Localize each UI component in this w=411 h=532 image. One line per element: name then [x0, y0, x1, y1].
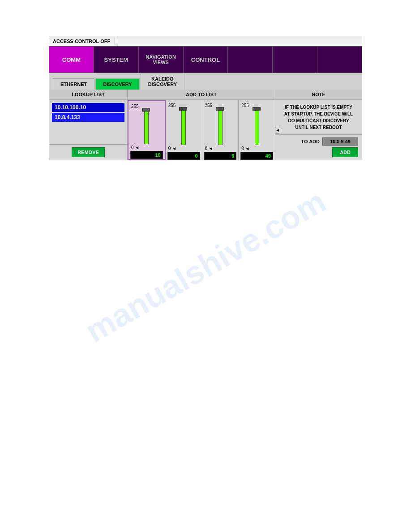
slider-2-track	[218, 109, 223, 145]
slider-2-handle[interactable]	[216, 107, 224, 111]
slider-0-max: 255	[131, 104, 139, 109]
slider-1-value: 0	[167, 152, 200, 160]
slider-0-fill	[145, 112, 148, 144]
slider-3-track-container[interactable]	[251, 109, 263, 145]
slider-col-1: 255 0 ◄ 0	[166, 100, 202, 160]
slider-0-track	[144, 110, 149, 144]
slider-1-track-container[interactable]	[177, 109, 190, 145]
slider-0-handle[interactable]	[142, 108, 150, 112]
tab-comm[interactable]: COMM	[49, 47, 94, 73]
sliders-body: 255 0 ◄ 10 255	[128, 100, 275, 160]
tab-5[interactable]	[228, 47, 273, 73]
slider-2-value: 9	[204, 152, 237, 160]
tab-control[interactable]: CONTROL	[184, 47, 228, 73]
sub-tab-discovery[interactable]: DISCOVERY	[95, 78, 139, 90]
content-area: LOOKUP LIST 10.10.100.10 10.8.4.133 REMO…	[49, 90, 362, 160]
slider-0-min: 0 ◄	[131, 145, 139, 150]
slider-1-track	[181, 109, 186, 145]
tab-navigation-views[interactable]: NAVIGATIONVIEWS	[139, 47, 184, 73]
slider-2-max: 255	[205, 103, 213, 108]
nav-tabs: COMM SYSTEM NAVIGATIONVIEWS CONTROL	[49, 46, 362, 73]
slider-2-track-container[interactable]	[214, 109, 227, 145]
watermark-text: manualshive.com	[79, 182, 332, 349]
slider-3-track	[255, 109, 259, 145]
slider-col-0: 255 0 ◄ 10	[128, 100, 166, 160]
slider-0-value: 10	[130, 151, 163, 159]
add-to-list-header: ADD TO LIST	[128, 90, 275, 100]
slider-1-max: 255	[168, 103, 176, 108]
lookup-list-body: 10.10.100.10 10.8.4.133	[49, 100, 127, 144]
lookup-item-0[interactable]: 10.10.100.10	[52, 103, 124, 112]
access-bar-divider	[115, 38, 115, 45]
slider-2-min: 0 ◄	[205, 146, 213, 151]
to-add-row: TO ADD	[279, 137, 358, 146]
slider-1-handle[interactable]	[179, 107, 187, 111]
slider-1-min: 0 ◄	[168, 146, 176, 151]
tab-6[interactable]	[273, 47, 317, 73]
slider-1-fill	[182, 111, 185, 145]
slider-col-2: 255 0 ◄ 9	[202, 100, 239, 160]
slider-3-max: 255	[241, 103, 249, 108]
sub-tab-ethernet[interactable]: ETHERNET	[53, 78, 94, 90]
tab-7[interactable]	[317, 47, 362, 73]
note-panel: NOTE IF THE LOOKUP LIST IS EMPTYAT START…	[275, 90, 362, 160]
slider-2-fill	[218, 111, 222, 145]
note-header: NOTE	[275, 90, 362, 100]
lookup-item-1[interactable]: 10.8.4.133	[52, 113, 124, 122]
note-text: IF THE LOOKUP LIST IS EMPTYAT STARTUP, T…	[275, 100, 362, 134]
lookup-list-footer: REMOVE	[49, 144, 127, 160]
add-button[interactable]: ADD	[332, 147, 358, 157]
to-add-label: TO ADD	[301, 139, 320, 144]
note-footer: TO ADD ADD	[275, 134, 362, 160]
access-control-bar: ACCESS CONTROL OFF	[49, 36, 362, 46]
slider-3-min: 0 ◄	[241, 146, 249, 151]
slider-col-3: 255 0 ◄ 49 ◄	[239, 100, 275, 160]
to-add-input[interactable]	[322, 137, 358, 146]
access-control-label: ACCESS CONTROL OFF	[53, 39, 110, 44]
sub-tab-kaleido-discovery[interactable]: KALEIDODISCOVERY	[141, 73, 184, 90]
slider-0-track-container[interactable]	[140, 110, 153, 144]
remove-button[interactable]: REMOVE	[72, 147, 105, 157]
tab-system[interactable]: SYSTEM	[94, 47, 139, 73]
slider-3-value: 49	[240, 152, 273, 160]
slider-3-handle[interactable]	[253, 107, 261, 111]
main-container: ACCESS CONTROL OFF COMM SYSTEM NAVIGATIO…	[49, 36, 362, 160]
sub-tabs: ETHERNET DISCOVERY KALEIDODISCOVERY	[49, 73, 362, 90]
lookup-list-header: LOOKUP LIST	[49, 90, 127, 100]
sliders-panel: ADD TO LIST 255 0 ◄ 10 255	[128, 90, 275, 160]
lookup-panel: LOOKUP LIST 10.10.100.10 10.8.4.133 REMO…	[49, 90, 128, 160]
slider-3-fill	[255, 111, 259, 145]
scroll-arrow[interactable]: ◄	[275, 127, 280, 134]
